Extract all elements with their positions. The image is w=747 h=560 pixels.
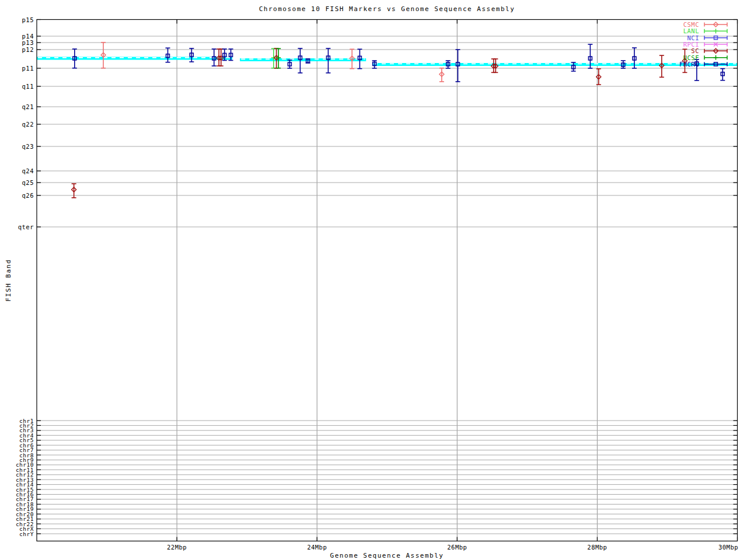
y-band-label: q22 — [0, 121, 34, 128]
y-band-label: q26 — [0, 192, 34, 199]
y-band-label: q21 — [0, 103, 34, 110]
legend-label-rpci: RPCI — [635, 41, 699, 48]
x-tick-label: 28Mbp — [578, 544, 616, 551]
y-band-label: q24 — [0, 167, 34, 174]
x-tick-label: 30Mbp — [710, 544, 747, 551]
x-axis-title: Genome Sequence Assembly — [37, 552, 737, 559]
y-band-label: qter — [0, 223, 34, 230]
y-band-label: p15 — [0, 16, 34, 23]
plot-area — [0, 0, 747, 560]
y-band-label: q23 — [0, 143, 34, 150]
y-band-label: q25 — [0, 179, 34, 186]
x-tick-label: 26Mbp — [438, 544, 476, 551]
x-tick-label: 24Mbp — [298, 544, 336, 551]
y-band-label: q11 — [0, 83, 34, 90]
y-axis-title: FISH Band — [5, 251, 12, 310]
legend-label-ucsf: UCSF — [635, 54, 699, 61]
legend-label-fhcrc: FHCRC — [635, 61, 699, 68]
chart-title: Chromosome 10 FISH Markers vs Genome Seq… — [37, 5, 737, 13]
legend-label-csmc: CSMC — [635, 21, 699, 28]
legend-label-lanl: LANL — [635, 27, 699, 34]
y-band-label: p11 — [0, 65, 34, 72]
legend-label-nci: NCI — [635, 34, 699, 41]
y-band-label: p12 — [0, 46, 34, 53]
y-band-label: p13 — [0, 39, 34, 46]
x-tick-label: 22Mbp — [158, 544, 196, 551]
chromosome-row-label: chrY — [0, 531, 34, 537]
legend-label-sc: SC — [635, 47, 699, 54]
fish-marker-chart: Chromosome 10 FISH Markers vs Genome Seq… — [0, 0, 747, 560]
plot-border — [37, 20, 738, 541]
